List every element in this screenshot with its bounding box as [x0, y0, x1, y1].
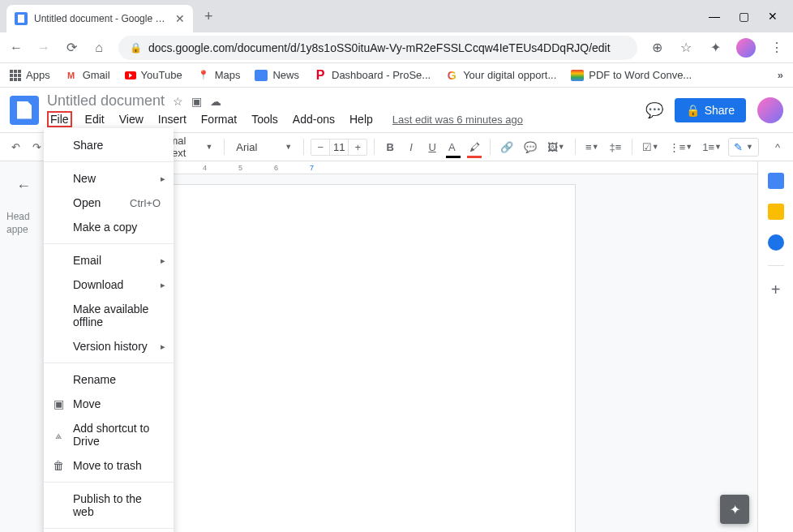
bookmark-star-icon[interactable]: ☆: [678, 40, 694, 55]
menu-item-version-history[interactable]: Version history: [44, 334, 174, 358]
menu-item-share[interactable]: Share: [44, 133, 174, 157]
bookmark-label: YouTube: [141, 69, 182, 81]
tasks-icon[interactable]: [768, 234, 784, 251]
menu-edit[interactable]: Edit: [84, 111, 106, 127]
menu-item-offline[interactable]: Make available offline: [44, 297, 174, 334]
bookmark-dashboard[interactable]: P Dashboard - ProSe...: [314, 69, 431, 82]
docs-logo-icon[interactable]: [10, 96, 39, 125]
browser-tab[interactable]: Untitled document - Google Doc ✕: [6, 5, 193, 32]
collapse-toolbar-icon[interactable]: ^: [769, 138, 787, 157]
back-button[interactable]: ←: [8, 41, 24, 55]
menu-view[interactable]: View: [118, 111, 145, 127]
chevron-down-icon: ▼: [746, 143, 753, 151]
tab-title: Untitled document - Google Doc: [34, 13, 169, 24]
menu-item-add-shortcut[interactable]: ⟁Add shortcut to Drive: [44, 416, 174, 453]
menu-item-move[interactable]: ▣Move: [44, 392, 174, 416]
bookmark-youtube[interactable]: YouTube: [125, 69, 182, 81]
explore-button[interactable]: ✦: [720, 495, 749, 524]
reload-button[interactable]: ⟳: [63, 40, 79, 55]
profile-avatar-icon[interactable]: [736, 38, 756, 58]
address-bar[interactable]: 🔒 docs.google.com/document/d/1y8s1oSS0it…: [118, 36, 637, 60]
menu-insert[interactable]: Insert: [156, 111, 188, 127]
bookmark-label: Apps: [26, 69, 50, 81]
redo-button[interactable]: ↷: [28, 138, 45, 157]
numbered-list-button[interactable]: 1≡▼: [699, 138, 725, 157]
menu-item-open[interactable]: OpenCtrl+O: [44, 191, 174, 215]
home-button[interactable]: ⌂: [91, 41, 107, 55]
menu-item-rename[interactable]: Rename: [44, 367, 174, 392]
account-avatar-icon[interactable]: [757, 97, 783, 123]
calendar-icon[interactable]: [768, 173, 784, 189]
bookmark-maps[interactable]: 📍 Maps: [197, 69, 241, 82]
chevron-down-icon: ▼: [285, 143, 292, 151]
maximize-button[interactable]: ▢: [738, 10, 749, 23]
menu-item-make-copy[interactable]: Make a copy: [44, 215, 174, 239]
menu-format[interactable]: Format: [199, 111, 238, 127]
keep-icon[interactable]: [768, 204, 784, 220]
font-size-value[interactable]: 11: [329, 139, 349, 155]
font-select[interactable]: Arial ▼: [231, 139, 297, 155]
comments-icon[interactable]: 💬: [645, 101, 663, 119]
move-to-folder-icon[interactable]: ▣: [191, 95, 202, 108]
insert-image-button[interactable]: 🖼▼: [544, 138, 568, 157]
cloud-status-icon[interactable]: ☁: [210, 95, 221, 108]
window-controls: — ▢ ✕: [709, 10, 793, 23]
add-addon-icon[interactable]: +: [771, 281, 781, 299]
bookmark-news[interactable]: News: [255, 69, 299, 81]
browser-toolbar: ← → ⟳ ⌂ 🔒 docs.google.com/document/d/1y8…: [0, 32, 793, 63]
italic-button[interactable]: I: [402, 138, 420, 157]
menu-file[interactable]: File: [47, 111, 72, 127]
trash-icon: 🗑: [52, 459, 65, 472]
browser-menu-icon[interactable]: ⋮: [769, 40, 785, 55]
checklist-button[interactable]: ☑▼: [639, 138, 662, 157]
underline-button[interactable]: U: [423, 138, 441, 157]
bookmark-gmail[interactable]: M Gmail: [65, 69, 110, 82]
bulleted-list-button[interactable]: ⋮≡▼: [666, 138, 696, 157]
editing-mode-button[interactable]: ✎ ▼: [728, 138, 759, 157]
zoom-icon[interactable]: ⊕: [649, 40, 665, 55]
menu-item-new[interactable]: New: [44, 166, 174, 191]
bookmark-label: Maps: [215, 69, 241, 81]
drive-shortcut-icon: ⟁: [52, 428, 65, 441]
insert-link-button[interactable]: 🔗: [497, 138, 517, 157]
share-button[interactable]: 🔒 Share: [675, 98, 746, 122]
font-size-increase[interactable]: +: [349, 139, 366, 155]
bookmarks-bar: Apps M Gmail YouTube 📍 Maps News P Dashb…: [0, 63, 793, 88]
highlight-button[interactable]: 🖍: [465, 138, 483, 157]
bold-button[interactable]: B: [381, 138, 399, 157]
chevron-down-icon: ▼: [205, 143, 212, 151]
undo-button[interactable]: ↶: [6, 138, 24, 157]
menu-item-download[interactable]: Download: [44, 272, 174, 297]
bookmark-digital[interactable]: G Your digital opport...: [445, 69, 556, 82]
minimize-button[interactable]: —: [709, 10, 720, 23]
maps-pin-icon: 📍: [197, 69, 210, 82]
star-icon[interactable]: ☆: [173, 95, 183, 108]
bookmark-apps[interactable]: Apps: [10, 69, 50, 81]
document-title[interactable]: Untitled document: [47, 92, 165, 109]
align-button[interactable]: ≡▼: [582, 138, 602, 157]
bookmarks-overflow-icon[interactable]: »: [778, 69, 783, 81]
font-size-decrease[interactable]: −: [311, 139, 329, 155]
extensions-icon[interactable]: ✦: [707, 40, 723, 55]
menu-addons[interactable]: Add-ons: [291, 111, 336, 127]
pinterest-icon: P: [314, 69, 327, 82]
text-color-button[interactable]: A: [444, 138, 462, 157]
bookmark-label: PDF to Word Conve...: [589, 69, 692, 81]
bookmark-pdf[interactable]: PDF to Word Conve...: [571, 69, 692, 81]
tab-close-icon[interactable]: ✕: [175, 12, 185, 25]
menu-help[interactable]: Help: [348, 111, 375, 127]
menu-tools[interactable]: Tools: [250, 111, 280, 127]
new-tab-button[interactable]: +: [204, 8, 213, 25]
url-text: docs.google.com/document/d/1y8s1oSS0ituA…: [148, 41, 611, 54]
close-window-button[interactable]: ✕: [767, 10, 778, 23]
menu-item-publish[interactable]: Publish to the web: [44, 487, 174, 524]
menu-item-trash[interactable]: 🗑Move to trash: [44, 453, 174, 478]
last-edit-link[interactable]: Last edit was 6 minutes ago: [392, 114, 523, 126]
insert-comment-button[interactable]: 💬: [521, 138, 541, 157]
outline-collapse-icon[interactable]: ←: [16, 178, 46, 195]
apps-grid-icon: [10, 70, 21, 81]
menu-item-email[interactable]: Email: [44, 248, 174, 272]
outline-panel: ← Headappe: [0, 161, 47, 532]
font-size-control: − 11 +: [311, 139, 367, 156]
line-spacing-button[interactable]: ‡≡: [606, 138, 625, 157]
